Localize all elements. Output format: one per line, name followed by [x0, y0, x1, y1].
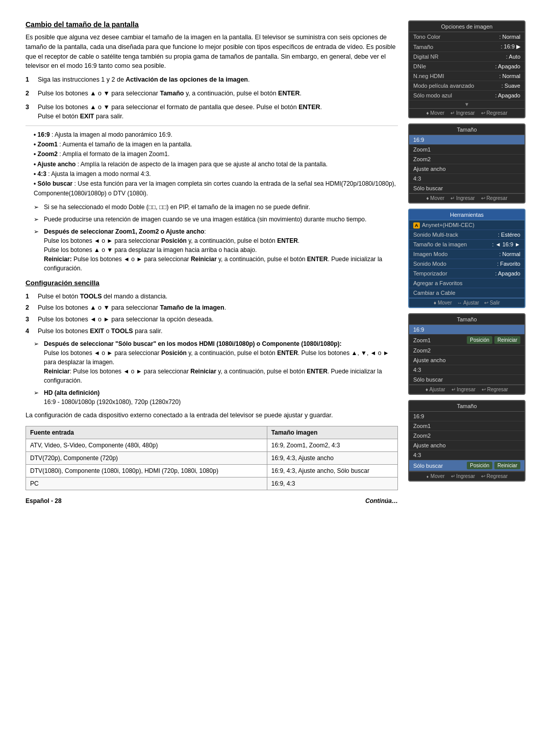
panel1-label-tono: Tono Color: [413, 34, 440, 40]
panel5-reiniciar-button[interactable]: Reiniciar: [494, 462, 520, 469]
panel4-item-169: 16:9: [409, 325, 524, 335]
panel-tamano-2: Tamaño 16:9 Zoom1 Posición Reiniciar Zoo…: [408, 313, 525, 395]
panel2-item-zoom1: Zoom1: [409, 145, 524, 155]
panel1-row-tamano: Tamaño : 16:9 ▶: [409, 42, 524, 52]
tv-panels-column: Opciones de imagen Tono Color : Normal T…: [408, 20, 525, 505]
main-content: Cambio del tamaño de la pantalla Es posi…: [26, 20, 398, 505]
panel3-row-tamano: Tamaño de la imagen : ◄ 16:9 ►: [409, 240, 524, 249]
panel1-value-modo: : Suave: [502, 83, 520, 89]
panel5-item-zoom2: Zoom2: [409, 431, 524, 441]
step-2-enter: ENTER: [278, 90, 299, 97]
panel5-item-169: 16:9: [409, 412, 524, 421]
config-step-1-text: Pulse el botón TOOLS del mando a distanc…: [38, 292, 167, 301]
arrow-content-5: HD (alta definición) 16:9 - 1080i/1080p …: [44, 388, 398, 407]
panel2-footer: ♦ Mover ↵ Ingresar ↩ Regresar: [409, 193, 524, 203]
panel2-title: Tamaño: [409, 124, 524, 135]
bullet-item: Zoom1 : Aumenta el tamaño de la imagen e…: [34, 140, 398, 149]
panel5-item-ajuste: Ajuste ancho: [409, 441, 524, 450]
table-cell-source: ATV, Video, S-Video, Componente (480i, 4…: [26, 439, 267, 452]
footer-page-number: Español - 28: [26, 497, 62, 505]
panel1-value-nneg: : Normal: [499, 73, 520, 79]
step-1: 1 Siga las instrucciones 1 y 2 de Activa…: [26, 75, 398, 85]
config-step-1-num: 1: [26, 292, 34, 301]
bullet-item: Zoom2 : Amplía el formato de la imagen Z…: [34, 149, 398, 159]
panel1-row-dnr: Digital NR : Auto: [409, 52, 524, 62]
table-header-size: Tamaño imagen: [267, 426, 397, 439]
arrow-content-1: Si se ha seleccionado el modo Doble (□□,…: [44, 203, 398, 212]
bullet-list: 16:9 : Ajusta la imagen al modo panorámi…: [34, 130, 398, 198]
panel2-item-43: 4:3: [409, 174, 524, 184]
arrow-item-5: ➢ HD (alta definición) 16:9 - 1080i/1080…: [34, 388, 398, 407]
panel3-value-multi: : Estéreo: [498, 232, 520, 238]
panel5-item-solo: Sólo buscar Posición Reiniciar: [409, 460, 524, 471]
panel5-footer-regresar: ↩ Regresar: [481, 473, 508, 479]
panel3-row-imagen: Imagen Modo : Normal: [409, 249, 524, 259]
panel3-label-cable: Cambiar a Cable: [413, 290, 456, 296]
intro-paragraph: Es posible que alguna vez desee cambiar …: [26, 33, 398, 71]
section-title: Cambio del tamaño de la pantalla: [26, 20, 398, 29]
panel4-footer-regresar: ↩ Regresar: [482, 387, 508, 392]
panel2-item-169: 16:9: [409, 135, 524, 145]
panel1-title: Opciones de imagen: [409, 21, 524, 32]
config-step-4: 4 Pulse los botones EXIT o TOOLS para sa…: [26, 326, 398, 336]
note-bottom: La configuración de cada dispositivo ext…: [26, 411, 398, 420]
arrow-item-2: ➢ Puede producirse una retención de imag…: [34, 215, 398, 224]
panel3-value-tamano: : ◄ 16:9 ►: [492, 241, 520, 247]
panel2-footer-mover: ♦ Mover: [426, 195, 444, 201]
panel1-value-dnie: : Apagado: [495, 63, 520, 69]
arrow-content-2: Puede producirse una retención de imagen…: [44, 215, 398, 224]
panel1-footer: ♦ Mover ↵ Ingresar ↩ Regresar: [409, 108, 524, 117]
panel-tamano-3: Tamaño 16:9 Zoom1 Zoom2 Ajuste ancho 4:3…: [408, 400, 525, 482]
table-cell-source: PC: [26, 477, 267, 490]
table-cell-source: DTV(1080i), Componente (1080i, 1080p), H…: [26, 465, 267, 477]
panel4-footer-ajustar: ♦ Ajustar: [425, 387, 445, 392]
config-step-3: 3 Pulse los botones ◄ o ► para seleccion…: [26, 315, 398, 324]
panel1-row-tono: Tono Color : Normal: [409, 32, 524, 42]
panel5-buttons: Posición Reiniciar: [467, 462, 520, 469]
step-2-number: 2: [26, 89, 34, 98]
arrow-content-4: Después de seleccionar "Sólo buscar" en …: [44, 339, 398, 385]
table-cell-size: 16:9, Zoom1, Zoom2, 4:3: [267, 439, 397, 452]
panel4-zoom1-label: Zoom1: [413, 337, 431, 343]
step-3: 3 Pulse los botones ▲ o ▼ para seleccion…: [26, 103, 398, 122]
step-3-enter: ENTER: [298, 104, 320, 111]
arrow-item-1: ➢ Si se ha seleccionado el modo Doble (□…: [34, 203, 398, 212]
step-1-bold: Activación de las opciones de la imagen: [126, 76, 248, 83]
panel3-row-favoritos[interactable]: Agregar a Favoritos: [409, 279, 524, 288]
panel4-item-ajuste: Ajuste ancho: [409, 356, 524, 365]
arrow-symbol-3: ➢: [34, 227, 41, 273]
panel3-label-temporizador: Temporizador: [413, 270, 447, 276]
panel3-label-sonido: Sonido Modo: [413, 261, 446, 267]
panel2-item-ajuste: Ajuste ancho: [409, 164, 524, 174]
panel5-item-zoom1: Zoom1: [409, 421, 524, 431]
panel1-row-nneg: N.neg HDMI : Normal: [409, 71, 524, 81]
panel3-footer: ♦ Mover ↔ Ajustar ↩ Salir: [409, 298, 524, 307]
panel4-position-button[interactable]: Posición: [467, 336, 492, 344]
panel4-item-43: 4:3: [409, 365, 524, 375]
config-step-3-num: 3: [26, 315, 34, 324]
config-step-1: 1 Pulse el botón TOOLS del mando a dista…: [26, 292, 398, 301]
panel1-label-nneg: N.neg HDMI: [413, 73, 444, 79]
panel5-position-button[interactable]: Posición: [467, 462, 492, 469]
table-row: DTV(1080i), Componente (1080i, 1080p), H…: [26, 465, 398, 477]
panel3-title: Herramientas: [409, 210, 524, 220]
step-2: 2 Pulse los botones ▲ o ▼ para seleccion…: [26, 89, 398, 98]
panel4-item-zoom2: Zoom2: [409, 346, 524, 356]
config-step-4-num: 4: [26, 326, 34, 336]
arrow-item-4: ➢ Después de seleccionar "Sólo buscar" e…: [34, 339, 398, 385]
panel1-footer-ingresar: ↵ Ingresar: [450, 110, 474, 116]
panel5-footer-mover: ⬧ Mover: [426, 473, 445, 479]
panel2-footer-regresar: ↩ Regresar: [481, 195, 508, 201]
divider-1: [26, 125, 398, 126]
panel3-value-temporizador: : Apagado: [495, 270, 520, 276]
arrow-symbol-4: ➢: [34, 339, 41, 385]
panel3-row-cable[interactable]: Cambiar a Cable: [409, 288, 524, 298]
panel4-reiniciar-button[interactable]: Reiniciar: [494, 336, 520, 344]
panel4-item-solo: Sólo buscar: [409, 375, 524, 385]
table-cell-source: DTV(720p), Componente (720p): [26, 452, 267, 465]
config-step-2-num: 2: [26, 303, 34, 313]
panel3-label-multi: Sonido Multi-track: [413, 232, 458, 238]
panel1-label-modo: Modo película avanzado: [413, 83, 474, 89]
panel-opciones-imagen: Opciones de imagen Tono Color : Normal T…: [408, 20, 525, 118]
bullet-item: 16:9 : Ajusta la imagen al modo panorámi…: [34, 130, 398, 140]
